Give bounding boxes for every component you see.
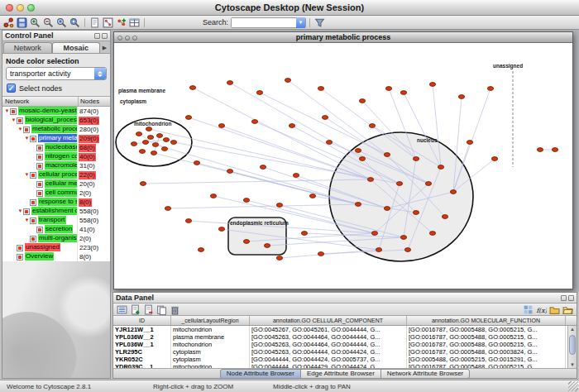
network-node[interactable] [293, 174, 299, 178]
dropdown-arrows-icon[interactable] [94, 68, 106, 79]
close-panel-icon[interactable] [102, 33, 108, 39]
scroll-up-icon[interactable]: ▲ [568, 326, 577, 332]
scrollbar-thumb[interactable] [569, 335, 576, 355]
network-node[interactable] [276, 203, 282, 208]
network-node[interactable] [491, 157, 497, 161]
network-node[interactable] [194, 161, 199, 165]
tree-row-metabolic-process[interactable]: ▼metabolic process280(0) [2, 125, 110, 134]
tree-row-biological-process[interactable]: ▼biological_process653(0) [2, 116, 110, 125]
network-node[interactable] [218, 227, 224, 232]
network-node[interactable] [251, 120, 257, 124]
save-icon[interactable] [16, 17, 28, 28]
network-view-frame[interactable]: primary metabolic process plasma membran… [113, 31, 573, 289]
network-node[interactable] [385, 87, 391, 91]
search-dropdown-button[interactable]: ▾ [296, 17, 305, 28]
float-panel-icon[interactable] [561, 295, 567, 301]
delete-attribute-icon[interactable] [142, 304, 155, 315]
network-node[interactable] [256, 91, 262, 95]
network-node[interactable] [322, 116, 328, 120]
network-node[interactable] [552, 148, 557, 152]
network-node[interactable] [371, 232, 377, 236]
tab-network[interactable]: Network [3, 42, 52, 53]
expand-arrow-icon[interactable]: ▼ [17, 125, 23, 134]
network-node[interactable] [161, 147, 167, 151]
window-zoom-button[interactable] [27, 4, 35, 12]
network-node[interactable] [289, 124, 294, 128]
tree-row-macromolecule-m[interactable]: macromolecule m31(0) [2, 161, 110, 170]
network-node[interactable] [185, 219, 191, 223]
network-node[interactable] [326, 141, 332, 145]
network-node[interactable] [442, 215, 447, 219]
tree-row-mosaic-demo-yeast[interactable]: ▼mosaic-demo-yeast874(0) [2, 107, 110, 116]
tree-row-primary-metabolic-p[interactable]: ▼primary metabolic p209(0) [2, 134, 110, 143]
node-color-dropdown[interactable]: transporter activity [6, 67, 107, 80]
tab-scroll-right-icon[interactable]: ▶ [100, 42, 109, 53]
network-node[interactable] [189, 86, 195, 90]
table-row[interactable]: YDR039C__1mitochondrion[GO:0044444, GO:0… [113, 363, 577, 368]
close-panel-icon[interactable] [568, 295, 574, 301]
frame-minimize-button[interactable] [125, 36, 130, 41]
network-node[interactable] [318, 87, 323, 91]
annotation-icon[interactable] [89, 17, 101, 28]
network-node[interactable] [355, 203, 361, 207]
tree-row-nitrogen-compoun[interactable]: nitrogen compoun40(0) [2, 152, 110, 161]
table-row[interactable]: YPL036W__2plasma membrane[GO:0045263, GO… [113, 333, 577, 341]
function-icon[interactable]: f(x) [535, 304, 548, 315]
tree-row-cell-communicatio[interactable]: cell communicatio2(0) [2, 189, 110, 198]
delete-table-icon[interactable] [169, 304, 181, 315]
table-row[interactable]: YKR052Ccytoplasm[GO:0044444, GO:0044424,… [113, 356, 577, 363]
tree-row-transport[interactable]: ▼transport558(0) [2, 216, 110, 225]
tree-row-cellular-metabolic[interactable]: cellular metabolic20(0) [2, 179, 110, 189]
network-node[interactable] [376, 248, 381, 252]
network-node[interactable] [210, 194, 216, 198]
tab-node-attribute-browser[interactable]: Node Attribute Browser [220, 369, 301, 379]
expand-arrow-icon[interactable]: ▼ [4, 107, 10, 116]
network-node[interactable] [136, 132, 141, 136]
network-new-icon[interactable] [2, 17, 15, 28]
network-node[interactable] [458, 95, 464, 99]
column-header[interactable]: annotation.GO MOLECULAR_FUNCTION [407, 316, 566, 325]
create-attribute-icon[interactable] [129, 304, 141, 315]
zoom-out-icon[interactable] [42, 17, 55, 28]
zoom-fit-icon[interactable] [69, 17, 81, 28]
network-node[interactable] [384, 153, 390, 157]
network-node[interactable] [467, 141, 472, 145]
tree-row-multi-organism-proc[interactable]: multi-organism proc2(0) [2, 234, 110, 243]
network-node[interactable] [404, 248, 410, 252]
tab-edge-attribute-browser[interactable]: Edge Attribute Browser [300, 369, 381, 379]
network-node[interactable] [227, 170, 232, 174]
table-row[interactable]: YLR295Ccytoplasm[GO:0045263, GO:0044444,… [113, 348, 577, 356]
table-scrollbar[interactable]: ▲ ▼ [567, 326, 577, 368]
tree-row-unassigned[interactable]: unassigned223(0) [2, 243, 110, 252]
network-node[interactable] [227, 81, 232, 85]
select-attributes-icon[interactable] [116, 304, 128, 315]
network-node[interactable] [276, 256, 282, 261]
network-node[interactable] [413, 211, 419, 215]
network-node[interactable] [147, 136, 153, 140]
network-node[interactable] [309, 194, 315, 198]
expand-arrow-icon[interactable]: ▼ [24, 170, 30, 179]
tree-row-secretion[interactable]: secretion41(0) [2, 225, 110, 234]
network-node[interactable] [163, 138, 169, 142]
table-import-icon[interactable] [128, 17, 141, 28]
network-overview-icon[interactable] [102, 17, 114, 28]
search-input[interactable] [232, 18, 296, 27]
select-nodes-checkbox[interactable]: ✓ [7, 84, 16, 93]
network-node[interactable] [400, 236, 406, 240]
network-node[interactable] [487, 87, 493, 91]
frame-close-button[interactable] [117, 36, 122, 41]
network-view-titlebar[interactable]: primary metabolic process [114, 32, 572, 43]
frame-maximize-button[interactable] [132, 36, 137, 41]
network-node[interactable] [218, 124, 224, 128]
tab-network-attribute-browser[interactable]: Network Attribute Browser [380, 369, 470, 379]
network-node[interactable] [301, 232, 307, 236]
network-node[interactable] [142, 141, 148, 145]
table-row[interactable]: YJR121W__1mitochondrion[GO:0045267, GO:0… [113, 326, 577, 333]
network-node[interactable] [151, 151, 156, 155]
network-node[interactable] [413, 157, 419, 161]
tree-row-establishment-of-lo[interactable]: ▼establishment of lo558(0) [2, 207, 110, 216]
folder-icon[interactable] [548, 304, 561, 315]
network-node[interactable] [260, 165, 266, 170]
expand-arrow-icon[interactable]: ▼ [24, 134, 30, 143]
grid-icon[interactable] [522, 304, 534, 315]
